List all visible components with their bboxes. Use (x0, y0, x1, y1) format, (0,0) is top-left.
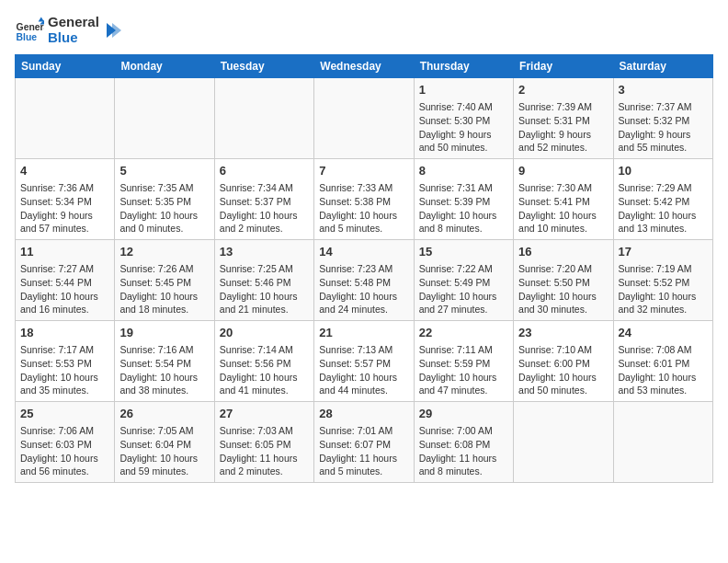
day-info: and 8 minutes. (419, 465, 508, 478)
day-info: Sunrise: 7:11 AM (419, 343, 508, 357)
day-info: Sunrise: 7:26 AM (119, 262, 209, 276)
calendar-cell (214, 78, 313, 159)
day-info: Sunset: 5:49 PM (419, 276, 508, 290)
svg-text:Blue: Blue (17, 32, 38, 42)
calendar-cell (16, 78, 115, 159)
day-info: Sunrise: 7:34 AM (220, 181, 309, 195)
calendar-cell: 18Sunrise: 7:17 AMSunset: 5:53 PMDayligh… (16, 321, 115, 402)
day-info: Sunset: 6:05 PM (220, 438, 309, 452)
day-info: and 24 minutes. (319, 303, 408, 316)
day-info: Sunset: 5:54 PM (119, 357, 209, 371)
day-info: Sunrise: 7:40 AM (419, 100, 508, 114)
day-info: and 44 minutes. (319, 384, 408, 397)
day-number: 18 (20, 325, 109, 341)
day-header-friday: Friday (514, 55, 613, 78)
day-info: Daylight: 10 hours (119, 452, 209, 465)
day-info: Daylight: 10 hours (220, 209, 309, 223)
logo-blue: Blue (48, 30, 99, 46)
day-info: and 59 minutes. (119, 465, 209, 478)
day-info: Sunset: 5:34 PM (20, 195, 109, 209)
calendar-table: SundayMondayTuesdayWednesdayThursdayFrid… (15, 54, 713, 483)
days-of-week-row: SundayMondayTuesdayWednesdayThursdayFrid… (16, 55, 713, 78)
day-info: Sunrise: 7:17 AM (20, 343, 109, 357)
day-info: Sunset: 5:44 PM (20, 276, 109, 290)
day-info: Daylight: 10 hours (518, 209, 608, 223)
day-info: and 53 minutes. (619, 384, 708, 397)
calendar-cell: 29Sunrise: 7:00 AMSunset: 6:08 PMDayligh… (414, 402, 513, 483)
day-info: Sunset: 6:04 PM (119, 438, 209, 452)
day-number: 7 (319, 163, 408, 179)
day-info: Sunset: 5:31 PM (518, 114, 608, 128)
day-info: Sunrise: 7:23 AM (319, 262, 408, 276)
day-info: and 2 minutes. (220, 222, 309, 236)
calendar-cell: 22Sunrise: 7:11 AMSunset: 5:59 PMDayligh… (414, 321, 513, 402)
calendar-cell: 8Sunrise: 7:31 AMSunset: 5:39 PMDaylight… (414, 159, 513, 240)
day-info: Sunset: 5:46 PM (220, 276, 309, 290)
day-info: Sunrise: 7:05 AM (119, 424, 209, 438)
day-number: 4 (20, 163, 109, 179)
day-info: Sunrise: 7:03 AM (220, 424, 309, 438)
calendar-cell: 9Sunrise: 7:30 AMSunset: 5:41 PMDaylight… (514, 159, 613, 240)
calendar-cell: 25Sunrise: 7:06 AMSunset: 6:03 PMDayligh… (16, 402, 115, 483)
calendar-cell (613, 402, 712, 483)
calendar-cell: 14Sunrise: 7:23 AMSunset: 5:48 PMDayligh… (314, 240, 414, 321)
day-info: Sunrise: 7:29 AM (619, 181, 708, 195)
day-info: Sunrise: 7:01 AM (319, 424, 408, 438)
day-info: Sunset: 5:45 PM (119, 276, 209, 290)
week-row-4: 18Sunrise: 7:17 AMSunset: 5:53 PMDayligh… (16, 321, 713, 402)
day-info: and 32 minutes. (619, 303, 708, 316)
logo-icon: General Blue (15, 16, 44, 45)
day-info: Sunrise: 7:13 AM (319, 343, 408, 357)
day-info: Daylight: 10 hours (20, 452, 109, 465)
calendar-cell: 11Sunrise: 7:27 AMSunset: 5:44 PMDayligh… (16, 240, 115, 321)
day-info: Sunrise: 7:19 AM (619, 262, 708, 276)
week-row-1: 1Sunrise: 7:40 AMSunset: 5:30 PMDaylight… (16, 78, 713, 159)
day-info: Daylight: 10 hours (319, 371, 408, 385)
day-info: Daylight: 10 hours (220, 371, 309, 385)
day-info: Sunset: 5:30 PM (419, 114, 508, 128)
logo-general: General (48, 15, 99, 30)
day-header-sunday: Sunday (16, 55, 115, 78)
day-number: 14 (319, 244, 408, 260)
day-info: and 35 minutes. (20, 384, 109, 397)
calendar-cell: 6Sunrise: 7:34 AMSunset: 5:37 PMDaylight… (214, 159, 313, 240)
day-info: Sunset: 5:32 PM (619, 114, 708, 128)
day-info: Daylight: 10 hours (119, 209, 209, 223)
calendar-cell: 7Sunrise: 7:33 AMSunset: 5:38 PMDaylight… (314, 159, 414, 240)
day-info: Daylight: 10 hours (518, 290, 608, 304)
day-number: 25 (20, 406, 109, 422)
calendar-cell: 12Sunrise: 7:26 AMSunset: 5:45 PMDayligh… (115, 240, 214, 321)
day-info: Sunrise: 7:00 AM (419, 424, 508, 438)
week-row-5: 25Sunrise: 7:06 AMSunset: 6:03 PMDayligh… (16, 402, 713, 483)
day-header-wednesday: Wednesday (314, 55, 414, 78)
day-number: 26 (119, 406, 209, 422)
day-info: Daylight: 9 hours (419, 128, 508, 142)
day-number: 11 (20, 244, 109, 260)
day-info: Sunset: 5:57 PM (319, 357, 408, 371)
day-number: 21 (319, 325, 408, 341)
day-header-tuesday: Tuesday (214, 55, 313, 78)
svg-text:General: General (17, 22, 44, 32)
calendar-cell: 13Sunrise: 7:25 AMSunset: 5:46 PMDayligh… (214, 240, 313, 321)
day-info: Sunrise: 7:06 AM (20, 424, 109, 438)
day-info: Sunset: 6:00 PM (518, 357, 608, 371)
day-number: 27 (220, 406, 309, 422)
day-info: Sunrise: 7:27 AM (20, 262, 109, 276)
day-info: and 0 minutes. (119, 222, 209, 236)
day-info: Daylight: 11 hours (419, 452, 508, 465)
day-info: Sunset: 5:37 PM (220, 195, 309, 209)
day-info: Daylight: 10 hours (319, 290, 408, 304)
day-number: 5 (119, 163, 209, 179)
day-number: 13 (220, 244, 309, 260)
calendar-cell: 24Sunrise: 7:08 AMSunset: 6:01 PMDayligh… (613, 321, 712, 402)
day-info: and 18 minutes. (119, 303, 209, 316)
day-number: 20 (220, 325, 309, 341)
calendar-cell: 1Sunrise: 7:40 AMSunset: 5:30 PMDaylight… (414, 78, 513, 159)
day-info: Sunrise: 7:14 AM (220, 343, 309, 357)
calendar-cell: 28Sunrise: 7:01 AMSunset: 6:07 PMDayligh… (314, 402, 414, 483)
calendar-cell: 27Sunrise: 7:03 AMSunset: 6:05 PMDayligh… (214, 402, 313, 483)
day-info: Daylight: 10 hours (619, 209, 708, 223)
day-info: Sunrise: 7:37 AM (619, 100, 708, 114)
day-number: 22 (419, 325, 508, 341)
svg-marker-5 (112, 23, 121, 38)
